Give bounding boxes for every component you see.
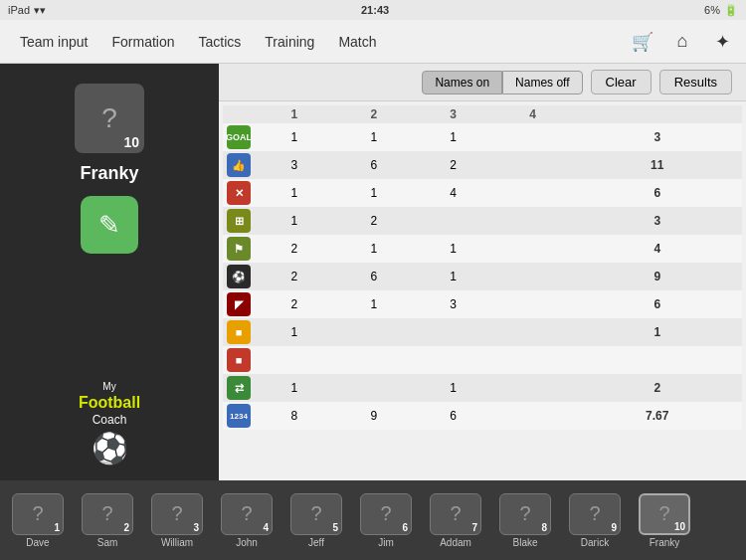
logo-coach: Coach (79, 413, 140, 429)
nav-icons: 🛒 ⌂ ✦ (627, 26, 738, 58)
stats-table-wrapper: 1 2 3 4 GOAL 1 1 1 3 (219, 101, 746, 480)
player-avatar-10: ? 10 (639, 493, 690, 535)
nav-formation[interactable]: Formation (99, 28, 186, 56)
avatar-silhouette: ? (101, 102, 117, 134)
player-number-2: 2 (123, 522, 129, 533)
passes-icon: ⊞ (227, 209, 251, 233)
player-thumb-dave[interactable]: ? 1 Dave (4, 493, 72, 548)
offside-icon: ⚑ (227, 237, 251, 261)
player-number-1: 1 (54, 522, 60, 533)
silhouette-2: ? (101, 502, 112, 525)
player-number-9: 9 (611, 522, 617, 533)
player-thumb-addam[interactable]: ? 7 Addam (422, 493, 489, 548)
col-header-1: 1 (255, 105, 334, 123)
star-icon[interactable]: ✦ (706, 26, 738, 58)
player-thumb-william[interactable]: ? 3 William (143, 493, 211, 548)
results-button[interactable]: Results (659, 70, 732, 94)
silhouette-3: ? (171, 502, 182, 525)
col-total-header (572, 105, 742, 123)
player-bar: ? 1 Dave ? 2 Sam ? 3 William ? 4 John ? … (0, 480, 746, 560)
player-thumb-darick[interactable]: ? 9 Darick (561, 493, 629, 548)
player-name-6: Jim (378, 537, 394, 548)
player-number-7: 7 (471, 522, 477, 533)
nav-training[interactable]: Training (253, 28, 326, 56)
edit-icon: ✎ (98, 210, 120, 241)
corner-icon: ◤ (227, 292, 251, 316)
col-header-2: 2 (334, 105, 414, 123)
player-thumb-franky[interactable]: ? 10 Franky (631, 493, 698, 548)
logo-ball-icon: ⚽ (92, 431, 128, 466)
player-name-9: Darick (581, 537, 609, 548)
player-avatar-5: ? 5 (290, 493, 342, 535)
table-row: ⚑ 2 1 1 4 (223, 235, 742, 263)
silhouette-5: ? (310, 502, 321, 525)
fouls-icon: ✕ (227, 181, 251, 205)
nav-team-input[interactable]: Team input (8, 28, 99, 56)
wifi-icon: ▾▾ (34, 4, 46, 17)
player-name-2: Sam (97, 537, 118, 548)
player-name-3: William (161, 537, 193, 548)
yellow-card-icon: ■ (227, 320, 251, 344)
main-content: ? 10 Franky ✎ My Football Coach ⚽ Names … (0, 64, 746, 480)
names-on-button[interactable]: Names on (422, 71, 502, 94)
goal-icon: GOAL (227, 125, 251, 149)
player-avatar-4: ? 4 (221, 493, 273, 535)
player-avatar-7: ? 7 (430, 493, 481, 535)
player-thumb-jim[interactable]: ? 6 Jim (352, 493, 420, 548)
names-off-button[interactable]: Names off (502, 71, 582, 94)
edit-button[interactable]: ✎ (81, 196, 138, 254)
player-number-6: 6 (402, 522, 408, 533)
player-thumb-blake[interactable]: ? 8 Blake (491, 493, 559, 548)
left-panel: ? 10 Franky ✎ My Football Coach ⚽ (0, 64, 219, 480)
player-thumb-john[interactable]: ? 4 John (213, 493, 280, 548)
silhouette-1: ? (32, 502, 43, 525)
player-name-8: Blake (512, 537, 537, 548)
substitution-icon: ⇄ (227, 376, 251, 400)
clear-button[interactable]: Clear (591, 70, 652, 94)
silhouette-10: ? (658, 502, 669, 525)
home-icon[interactable]: ⌂ (666, 26, 698, 58)
table-row: ⇄ 1 1 2 (223, 374, 742, 402)
player-name-5: Jeff (308, 537, 324, 548)
red-card-icon: ■ (227, 348, 251, 372)
player-avatar-6: ? 6 (360, 493, 412, 535)
nav-items: Team input Formation Tactics Training Ma… (8, 28, 627, 56)
player-number-3: 3 (193, 522, 199, 533)
battery-label: 6% (704, 4, 720, 16)
table-row: ■ (223, 346, 742, 374)
nav-tactics[interactable]: Tactics (187, 28, 254, 56)
cart-icon[interactable]: 🛒 (627, 26, 658, 58)
col-header-3: 3 (414, 105, 493, 123)
player-avatar-3: ? 3 (151, 493, 203, 535)
status-bar: iPad ▾▾ 21:43 6% 🔋 (0, 0, 746, 20)
player-number-10: 10 (674, 521, 685, 532)
stats-panel: Names on Names off Clear Results 1 2 3 4 (219, 64, 746, 480)
table-row: 1234 8 9 6 7.67 (223, 402, 742, 430)
player-name-4: John (236, 537, 258, 548)
rating-icon: 1234 (227, 404, 251, 428)
nav-match[interactable]: Match (326, 28, 388, 56)
carrier-label: iPad (8, 4, 30, 16)
col-header-4: 4 (493, 105, 573, 123)
player-avatar-1: ? 1 (12, 493, 64, 535)
table-row: ⚽ 2 6 1 9 (223, 263, 742, 290)
player-avatar-2: ? 2 (82, 493, 133, 535)
names-toggle: Names on Names off (422, 71, 582, 94)
player-name-10: Franky (650, 537, 680, 548)
player-name: Franky (80, 163, 138, 184)
player-number-5: 5 (332, 522, 338, 533)
player-number-8: 8 (541, 522, 547, 533)
avatar-number: 10 (123, 134, 139, 150)
logo-football: Football (79, 393, 140, 414)
player-avatar-9: ? 9 (569, 493, 621, 535)
player-thumb-jeff[interactable]: ? 5 Jeff (282, 493, 350, 548)
table-row: 👍 3 6 2 11 (223, 151, 742, 179)
player-name-1: Dave (26, 537, 49, 548)
player-number-4: 4 (263, 522, 269, 533)
logo-my: My (79, 380, 140, 393)
player-thumb-sam[interactable]: ? 2 Sam (74, 493, 141, 548)
battery-icon: 🔋 (724, 4, 738, 17)
boot-icon: ⚽ (227, 265, 251, 288)
nav-bar: Team input Formation Tactics Training Ma… (0, 20, 746, 64)
silhouette-9: ? (589, 502, 600, 525)
